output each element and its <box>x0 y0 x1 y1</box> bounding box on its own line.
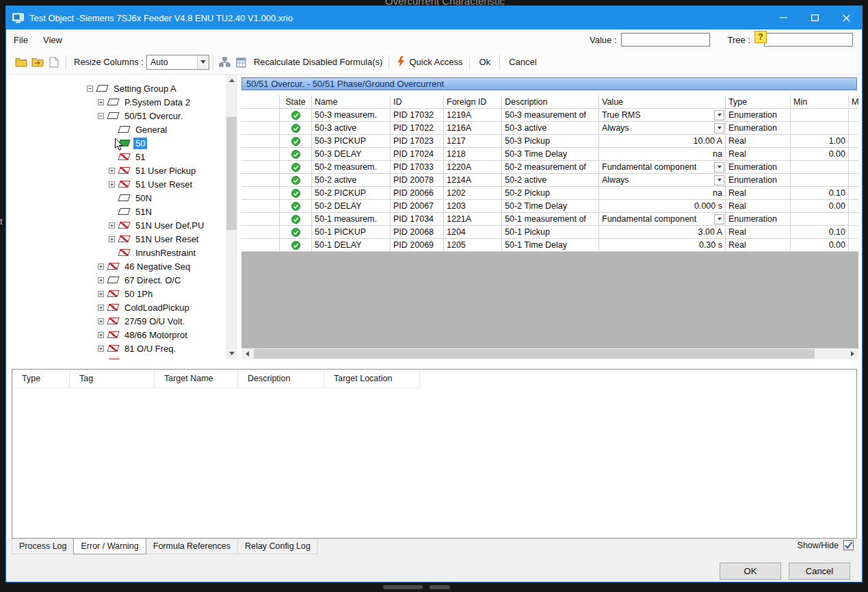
tree-vertical-scrollbar[interactable] <box>226 75 237 359</box>
value-cell[interactable]: 0.30 s <box>599 239 726 252</box>
row-selector-cell[interactable] <box>241 161 280 174</box>
tree-item[interactable]: +ColdLoadPickup <box>6 300 225 314</box>
tab-process-log[interactable]: Process Log <box>12 539 74 554</box>
value-cell[interactable]: 10.00 A <box>599 135 726 148</box>
tab-error-warning[interactable]: Error / Warning <box>73 539 146 554</box>
expand-icon[interactable]: + <box>98 332 104 338</box>
tree-item[interactable]: +81 O/U Freq. <box>6 342 225 355</box>
column-header-id[interactable]: ID <box>391 95 444 109</box>
document-icon[interactable] <box>46 53 62 71</box>
expand-icon[interactable]: + <box>98 346 104 352</box>
row-selector-cell[interactable] <box>241 109 280 122</box>
expand-icon[interactable]: + <box>98 359 104 360</box>
ok-button[interactable]: OK <box>720 563 781 580</box>
row-selector-cell[interactable] <box>241 200 280 213</box>
scrollbar-thumb[interactable] <box>254 349 815 359</box>
column-header-description[interactable]: Description <box>502 95 599 109</box>
tree-item[interactable]: 51N <box>6 205 225 218</box>
log-column-header-type[interactable]: Type <box>12 370 70 388</box>
dropdown-arrow-icon[interactable] <box>197 55 209 69</box>
tree-item[interactable]: +50 1Ph <box>6 287 225 300</box>
tree-item[interactable]: +P.System Data 2 <box>6 95 225 109</box>
expand-icon[interactable]: + <box>98 305 104 311</box>
maximize-button[interactable] <box>799 6 830 29</box>
dropdown-arrow-icon[interactable] <box>714 162 724 172</box>
expand-icon[interactable]: + <box>98 277 104 283</box>
dropdown-arrow-icon[interactable] <box>714 110 724 120</box>
cancel-button[interactable]: Cancel <box>789 563 850 580</box>
scroll-down-arrow[interactable] <box>226 348 237 359</box>
expand-icon[interactable]: + <box>109 168 115 174</box>
row-selector-cell[interactable] <box>241 174 280 187</box>
log-column-header-description[interactable]: Description <box>238 370 324 388</box>
tree-item[interactable]: +51N User Reset <box>6 232 225 246</box>
collapse-icon[interactable]: − <box>98 113 104 119</box>
title-bar[interactable]: Test Object -Siemens 7SJ6x Feeder V4.8 E… <box>6 6 862 29</box>
column-header-type[interactable]: Type <box>726 95 791 109</box>
tab-relay-config-log[interactable]: Relay Config Log <box>237 539 318 554</box>
row-selector-cell[interactable] <box>241 122 280 135</box>
toolbar-ok-button[interactable]: Ok <box>473 54 496 70</box>
expand-icon[interactable]: + <box>109 222 115 229</box>
column-header-foreign-id[interactable]: Foreign ID <box>444 95 502 109</box>
value-cell[interactable]: True RMS <box>599 109 726 122</box>
minimize-button[interactable] <box>767 6 799 29</box>
tree-item[interactable]: +48/66 Motorprot <box>6 328 225 342</box>
tree-item[interactable]: 50N <box>6 191 225 205</box>
tree-item[interactable]: +51 User Reset <box>6 177 225 191</box>
value-input[interactable] <box>621 33 710 47</box>
value-cell[interactable]: Fundamental component <box>599 213 726 226</box>
value-cell[interactable]: na <box>599 187 726 200</box>
expand-icon[interactable]: + <box>109 236 115 242</box>
dropdown-arrow-icon[interactable] <box>714 214 724 224</box>
column-header-state[interactable]: State <box>280 95 312 109</box>
value-cell[interactable]: Always <box>599 174 726 187</box>
tree-item[interactable]: InrushRestraint <box>6 246 225 259</box>
row-selector-cell[interactable] <box>241 213 280 226</box>
value-cell[interactable]: 0.000 s <box>599 200 726 213</box>
value-cell[interactable]: Always <box>599 122 726 135</box>
value-dropdown[interactable]: Always <box>599 174 725 186</box>
tree-input[interactable] <box>764 33 853 47</box>
expand-icon[interactable]: + <box>98 263 104 270</box>
toolbar-cancel-button[interactable]: Cancel <box>503 54 542 70</box>
tree-item[interactable]: +51N User Def.PU <box>6 218 225 232</box>
row-selector-cell[interactable] <box>241 226 280 239</box>
value-cell[interactable]: 3.00 A <box>599 226 726 239</box>
tab-formula-references[interactable]: Formula References <box>146 539 238 554</box>
tree-item[interactable]: +27/59 O/U Volt. <box>6 314 225 328</box>
tree-item[interactable]: −50/51 Overcur. <box>6 109 225 123</box>
value-cell[interactable]: Fundamental component <box>599 161 726 174</box>
resize-columns-dropdown[interactable]: Auto <box>146 55 209 70</box>
scroll-up-arrow[interactable] <box>226 75 237 86</box>
expand-icon[interactable]: + <box>98 99 104 105</box>
grid-horizontal-scrollbar[interactable] <box>241 348 858 359</box>
scrollbar-thumb[interactable] <box>226 117 237 230</box>
value-cell[interactable]: na <box>599 148 726 161</box>
tree-item[interactable]: 51 <box>6 150 225 164</box>
close-button[interactable] <box>830 6 862 29</box>
tree-item[interactable]: +46 Negative Seq <box>6 259 225 273</box>
import-folder-icon[interactable] <box>13 53 29 71</box>
tree-item[interactable]: −Setting Group A <box>6 81 225 95</box>
log-column-header-target-name[interactable]: Target Name <box>155 370 238 388</box>
expand-icon[interactable]: + <box>98 291 104 297</box>
row-selector-cell[interactable] <box>241 239 280 252</box>
row-selector-cell[interactable] <box>241 148 280 161</box>
menu-file[interactable]: File <box>6 31 36 49</box>
dropdown-arrow-icon[interactable] <box>714 123 724 133</box>
column-header-name[interactable]: Name <box>312 95 391 109</box>
column-header-value[interactable]: Value <box>599 95 726 109</box>
tree-item[interactable]: +51 User Pickup <box>6 164 225 177</box>
expand-icon[interactable]: + <box>109 181 115 188</box>
recalculate-icon[interactable] <box>233 53 250 71</box>
dropdown-arrow-icon[interactable] <box>714 175 724 185</box>
column-header-ma[interactable]: Ma <box>849 95 858 109</box>
value-dropdown[interactable]: Always <box>599 122 725 134</box>
lightning-icon[interactable] <box>393 53 409 71</box>
log-column-header-target-location[interactable]: Target Location <box>324 370 420 388</box>
expand-icon[interactable]: + <box>98 318 104 324</box>
export-folder-icon[interactable] <box>29 53 46 71</box>
tree-item[interactable]: 50 <box>6 136 225 150</box>
column-header-min[interactable]: Min <box>791 95 849 109</box>
